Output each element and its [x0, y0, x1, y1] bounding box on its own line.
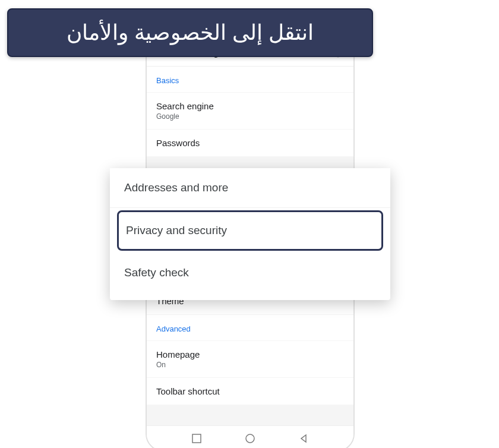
section-basics: Basics [147, 67, 353, 92]
svg-point-3 [246, 434, 254, 443]
item-passwords[interactable]: Passwords [147, 130, 353, 156]
svg-rect-2 [192, 434, 201, 443]
item-title: Toolbar shortcut [156, 386, 344, 396]
back-icon[interactable] [299, 434, 308, 443]
item-homepage[interactable]: Homepage On [147, 341, 353, 377]
item-search-engine[interactable]: Search engine Google [147, 93, 353, 129]
section-advanced: Advanced [147, 315, 353, 340]
item-addresses[interactable]: Addresses and more [110, 168, 390, 208]
zoom-callout: Addresses and more Privacy and security … [110, 168, 390, 300]
item-title: Search engine [156, 101, 344, 111]
item-safety-check[interactable]: Safety check [110, 253, 390, 292]
item-title: Homepage [156, 349, 344, 359]
recent-apps-icon[interactable] [192, 434, 201, 443]
instruction-banner: انتقل إلى الخصوصية والأمان [7, 8, 373, 57]
item-subtitle: Google [156, 112, 344, 121]
item-title: Passwords [156, 138, 344, 148]
item-toolbar-shortcut[interactable]: Toolbar shortcut [147, 378, 353, 405]
instruction-text: انتقل إلى الخصوصية والأمان [67, 20, 314, 45]
android-navbar [147, 425, 353, 448]
home-icon[interactable] [245, 433, 255, 444]
item-subtitle: On [156, 361, 344, 369]
item-privacy-security[interactable]: Privacy and security [117, 210, 383, 251]
